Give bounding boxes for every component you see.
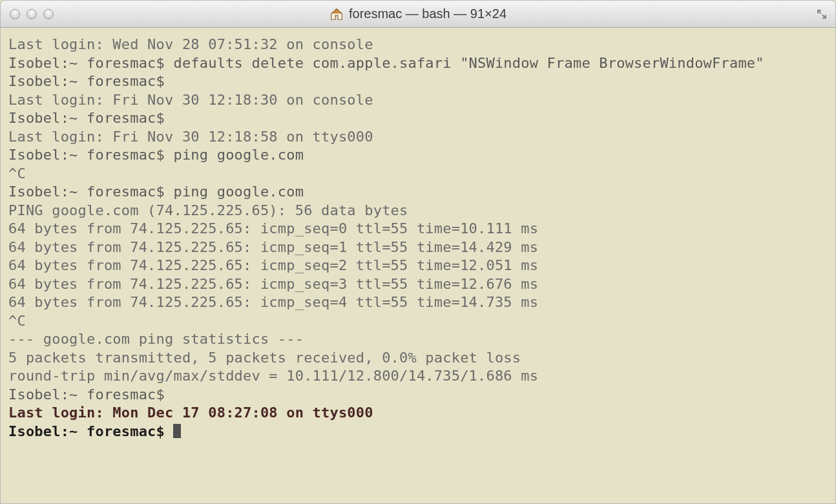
home-icon bbox=[329, 7, 344, 21]
terminal-line: ^C bbox=[8, 165, 828, 184]
terminal-line: round-trip min/avg/max/stddev = 10.111/1… bbox=[8, 367, 828, 386]
terminal-line: Last login: Fri Nov 30 12:18:30 on conso… bbox=[8, 91, 828, 110]
terminal-line: Isobel:~ foresmac$ bbox=[8, 72, 828, 91]
terminal-line: 5 packets transmitted, 5 packets receive… bbox=[8, 349, 828, 368]
terminal-line: 64 bytes from 74.125.225.65: icmp_seq=2 … bbox=[8, 257, 828, 275]
terminal-line: ^C bbox=[8, 312, 828, 331]
terminal-line: Last login: Wed Nov 28 07:51:32 on conso… bbox=[8, 36, 828, 54]
terminal-window: foresmac — bash — 91×24 Last login: Wed … bbox=[0, 0, 836, 504]
close-button[interactable] bbox=[10, 9, 20, 19]
window-title: foresmac — bash — 91×24 bbox=[349, 6, 507, 21]
window-title-group: foresmac — bash — 91×24 bbox=[329, 6, 507, 21]
terminal-line: Isobel:~ foresmac$ ping google.com bbox=[8, 146, 828, 165]
terminal-line: Isobel:~ foresmac$ bbox=[8, 423, 828, 441]
zoom-button[interactable] bbox=[43, 9, 54, 19]
cursor bbox=[173, 424, 181, 438]
terminal-output[interactable]: Last login: Wed Nov 28 07:51:32 on conso… bbox=[1, 28, 835, 503]
terminal-line: Isobel:~ foresmac$ defaults delete com.a… bbox=[8, 54, 828, 73]
terminal-line: PING google.com (74.125.225.65): 56 data… bbox=[8, 202, 828, 220]
terminal-line: Isobel:~ foresmac$ bbox=[8, 386, 828, 404]
terminal-line: Last login: Mon Dec 17 08:27:08 on ttys0… bbox=[8, 404, 828, 423]
terminal-line: Isobel:~ foresmac$ ping google.com bbox=[8, 183, 828, 202]
terminal-line: 64 bytes from 74.125.225.65: icmp_seq=4 … bbox=[8, 293, 828, 312]
terminal-line: 64 bytes from 74.125.225.65: icmp_seq=0 … bbox=[8, 220, 828, 238]
terminal-line: Isobel:~ foresmac$ bbox=[8, 109, 828, 128]
window-titlebar[interactable]: foresmac — bash — 91×24 bbox=[1, 1, 835, 28]
fullscreen-button[interactable] bbox=[815, 7, 829, 21]
traffic-lights bbox=[10, 9, 54, 19]
terminal-line: --- google.com ping statistics --- bbox=[8, 330, 828, 349]
terminal-line: Last login: Fri Nov 30 12:18:58 on ttys0… bbox=[8, 128, 828, 147]
terminal-line: 64 bytes from 74.125.225.65: icmp_seq=1 … bbox=[8, 238, 828, 257]
minimize-button[interactable] bbox=[26, 9, 37, 19]
terminal-line: 64 bytes from 74.125.225.65: icmp_seq=3 … bbox=[8, 275, 828, 294]
